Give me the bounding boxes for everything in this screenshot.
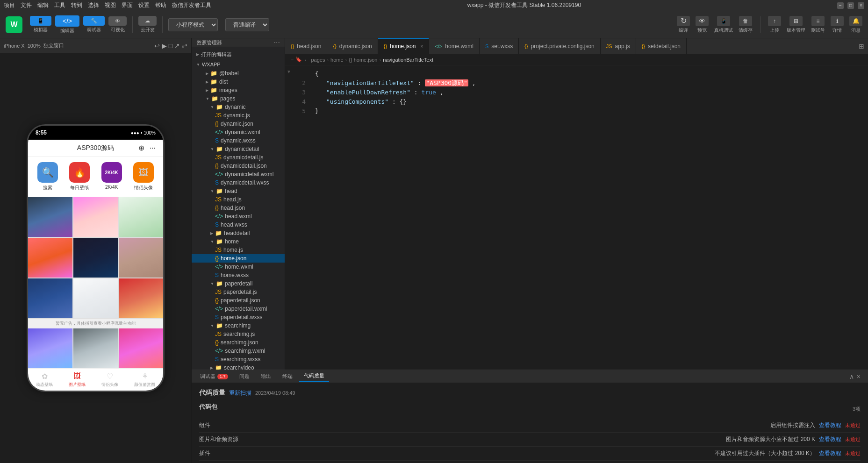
quality-row-link-0[interactable]: 查看教程 xyxy=(819,421,841,429)
wxapp-section[interactable]: ▼ WXAPP xyxy=(192,60,285,69)
maximize-button[interactable]: □ xyxy=(847,2,854,9)
menu-item-interface[interactable]: 界面 xyxy=(122,1,133,9)
menu-item-select[interactable]: 选择 xyxy=(88,1,99,9)
file-searchimg-json[interactable]: {} searchimg.json xyxy=(192,338,285,347)
folder-searchvideo[interactable]: ▶ 📁 searchvideo xyxy=(192,363,285,370)
tab-split-icon[interactable]: ⊞ xyxy=(859,43,864,50)
breadcrumb-file[interactable]: {} home.json xyxy=(349,57,377,63)
file-home-json[interactable]: {} home.json xyxy=(192,254,285,263)
file-dynamicdetail-wxss[interactable]: S dynamicdetail.wxss xyxy=(192,178,285,187)
code-content[interactable]: { "navigationBarTitleText" : "ASP300源码" … xyxy=(309,65,868,370)
folder-dynamicdetail[interactable]: ▼ 📁 dynamicdetail xyxy=(192,145,285,153)
breadcrumb-back[interactable]: ← xyxy=(304,57,309,63)
folder-headdetail[interactable]: ▶ 📁 headdetail xyxy=(192,229,285,237)
mode-select[interactable]: 小程序模式 xyxy=(168,18,218,31)
file-dynamic-json[interactable]: {} dynamic.json xyxy=(192,120,285,128)
menu-item-wechat[interactable]: 微信开发者工具 xyxy=(172,1,211,9)
details-button[interactable]: ℹ 详情 xyxy=(831,16,844,34)
file-dynamicdetail-json[interactable]: {} dynamicdetail.json xyxy=(192,162,285,170)
bottom-nav-item-0[interactable]: ✿ 动态壁纸 xyxy=(36,371,53,388)
folder-dynamic[interactable]: ▼ 📁 dynamic xyxy=(192,103,285,111)
menu-item-settings[interactable]: 设置 xyxy=(138,1,150,9)
tab-dynamic-json[interactable]: {} dynamic.json xyxy=(327,38,378,54)
menu-item-help[interactable]: 帮助 xyxy=(155,1,166,9)
bottom-tab-output[interactable]: 输出 xyxy=(256,371,276,382)
file-searchimg-js[interactable]: JS searchimg.js xyxy=(192,330,285,338)
panel-expand-icon[interactable]: ∧ xyxy=(849,373,854,380)
test-button[interactable]: ≡ 测试号 xyxy=(811,16,825,34)
folder-babel[interactable]: ▶ 📁 @babel xyxy=(192,69,285,78)
opened-editors-section[interactable]: ▶ 打开的编辑器 xyxy=(192,49,285,60)
file-head-js[interactable]: JS head.js xyxy=(192,195,285,204)
file-panel-menu[interactable]: ··· xyxy=(274,38,280,47)
bottom-tab-quality[interactable]: 代码质量 xyxy=(299,370,329,382)
tab-home-json[interactable]: {} home.json × xyxy=(378,38,430,54)
upload-button[interactable]: ↑ 上传 xyxy=(768,16,781,34)
file-dynamicdetail-wxml[interactable]: </> dynamicdetail.wxml xyxy=(192,170,285,178)
app-icon-wallpaper[interactable]: 🔥 每日壁纸 xyxy=(69,162,90,191)
bottom-tab-issues[interactable]: 问题 xyxy=(235,371,254,382)
file-searchimg-wxml[interactable]: </> searchimg.wxml xyxy=(192,347,285,355)
visualize-button[interactable]: 👁 可视化 xyxy=(108,16,127,33)
app-icon-portrait[interactable]: 🖼 情侣头像 xyxy=(133,162,154,191)
file-dynamicdetail-js[interactable]: JS dynamicdetail.js xyxy=(192,153,285,162)
emulator-controls[interactable]: ↩ ▶ □ ↗ ⇄ xyxy=(154,42,187,50)
bottom-nav-item-2[interactable]: ♡ 情侣头像 xyxy=(101,371,118,388)
breadcrumb-home[interactable]: home xyxy=(330,57,344,63)
message-button[interactable]: 🔔 消息 xyxy=(849,16,862,34)
menu-item-file[interactable]: 文件 xyxy=(21,1,32,9)
panel-close-icon[interactable]: × xyxy=(857,373,861,380)
folder-head[interactable]: ▼ 📁 head xyxy=(192,187,285,195)
menu-item-view[interactable]: 视图 xyxy=(105,1,116,9)
folder-pages[interactable]: ▼ 📁 pages xyxy=(192,94,285,103)
bottom-tab-terminal[interactable]: 终端 xyxy=(278,371,297,382)
file-paperdetail-wxss[interactable]: S paperdetail.wxss xyxy=(192,313,285,321)
rescan-link[interactable]: 重新扫描 xyxy=(229,389,251,397)
file-dynamic-wxml[interactable]: </> dynamic.wxml xyxy=(192,128,285,136)
breadcrumb-pages[interactable]: pages xyxy=(311,57,325,63)
simulator-button[interactable]: 📱 模拟器 xyxy=(30,16,51,33)
preview-button[interactable]: 👁 预览 xyxy=(696,16,709,34)
close-button[interactable]: × xyxy=(858,2,864,9)
file-home-js[interactable]: JS home.js xyxy=(192,246,285,254)
tab-project-config[interactable]: {} project.private.config.json xyxy=(519,38,600,54)
bottom-nav-item-1[interactable]: 🖼 图片壁纸 xyxy=(69,371,86,388)
quality-row-link-2[interactable]: 查看教程 xyxy=(819,449,841,457)
tab-setdetail-json[interactable]: {} setdetail.json xyxy=(636,38,687,54)
file-head-json[interactable]: {} head.json xyxy=(192,204,285,212)
file-dynamic-js[interactable]: JS dynamic.js xyxy=(192,111,285,120)
file-searchimg-wxss[interactable]: S searchimg.wxss xyxy=(192,355,285,363)
compile-select[interactable]: 普通编译 xyxy=(225,18,269,31)
tab-home-wxml[interactable]: </> home.wxml xyxy=(429,38,480,54)
file-dynamic-wxss[interactable]: S dynamic.wxss xyxy=(192,136,285,145)
folder-home[interactable]: ▼ 📁 home xyxy=(192,237,285,246)
debugger-button[interactable]: 🔧 调试器 xyxy=(83,16,105,33)
real-machine-button[interactable]: 📱 真机调试 xyxy=(714,16,733,34)
file-head-wxss[interactable]: S head.wxss xyxy=(192,221,285,229)
clean-save-button[interactable]: 🗑 清缓存 xyxy=(739,16,753,34)
fold-1[interactable]: ▼ xyxy=(285,69,293,74)
file-head-wxml[interactable]: </> head.wxml xyxy=(192,212,285,221)
file-home-wxss[interactable]: S home.wxss xyxy=(192,271,285,279)
menu-item-tools[interactable]: 工具 xyxy=(54,1,65,9)
file-home-wxml[interactable]: </> home.wxml xyxy=(192,263,285,271)
bottom-tab-debugger[interactable]: 调试器 1.7 xyxy=(195,371,233,382)
app-icon-search[interactable]: 🔍 搜索 xyxy=(37,162,58,191)
tab-set-wxss[interactable]: S set.wxss xyxy=(480,38,519,54)
file-paperdetail-json[interactable]: {} paperdetail.json xyxy=(192,296,285,305)
folder-searchimg[interactable]: ▼ 📁 searchimg xyxy=(192,321,285,330)
editor-button[interactable]: </> 编辑器 xyxy=(55,15,79,34)
tab-head-json[interactable]: {} head.json xyxy=(285,38,327,54)
minimize-button[interactable]: − xyxy=(837,2,844,9)
menu-item-project[interactable]: 项目 xyxy=(4,1,15,9)
bottom-nav-item-3[interactable]: ⚘ 颜值鉴赏图 xyxy=(134,371,155,388)
folder-paperdetail[interactable]: ▼ 📁 paperdetail xyxy=(192,279,285,288)
tab-app-js[interactable]: JS app.js xyxy=(601,38,636,54)
compile-button[interactable]: ↻ 编译 xyxy=(677,16,690,34)
cloud-button[interactable]: ☁ 云开发 xyxy=(138,16,157,33)
folder-dist[interactable]: ▶ 📁 dist xyxy=(192,78,285,86)
version-mgmt-button[interactable]: ⊞ 版本管理 xyxy=(787,16,805,34)
file-paperdetail-wxml[interactable]: </> paperdetail.wxml xyxy=(192,305,285,313)
file-paperdetail-js[interactable]: JS paperdetail.js xyxy=(192,288,285,296)
tab-close-home-json[interactable]: × xyxy=(421,44,423,49)
